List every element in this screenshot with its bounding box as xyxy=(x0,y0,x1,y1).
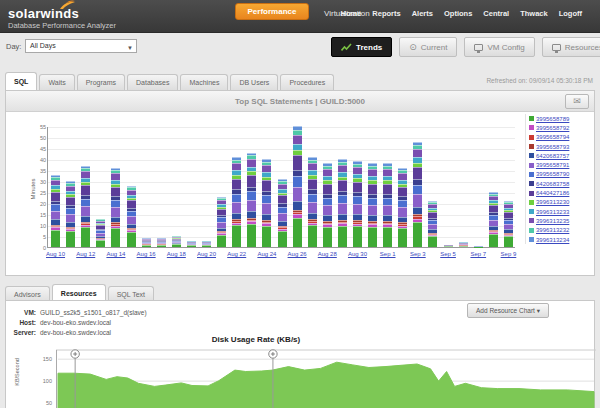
tab-procedures[interactable]: Procedures xyxy=(280,74,334,90)
x-tick-link[interactable]: Aug 26 xyxy=(288,251,307,257)
legend-link[interactable]: 3995658789 xyxy=(536,116,569,122)
bar-aug-17[interactable] xyxy=(157,238,166,247)
bar-aug-29[interactable] xyxy=(338,159,347,247)
x-tick-link[interactable]: Aug 10 xyxy=(46,251,65,257)
bar-aug-12[interactable] xyxy=(81,166,90,247)
legend-link[interactable]: 6440427186 xyxy=(536,190,569,196)
legend-item[interactable]: 3995658791 xyxy=(529,160,594,169)
x-tick-link[interactable]: Aug 16 xyxy=(137,251,156,257)
bar-aug-11[interactable] xyxy=(66,181,75,247)
bar-sep-4[interactable] xyxy=(428,201,437,247)
bar-sep-9[interactable] xyxy=(504,201,513,247)
legend-item[interactable]: 6420683757 xyxy=(529,151,594,160)
bar-segment xyxy=(81,227,90,247)
x-tick-link[interactable]: Aug 24 xyxy=(257,251,276,257)
tab-programs[interactable]: Programs xyxy=(77,74,125,90)
bar-sep-1[interactable] xyxy=(383,163,392,247)
monitor-icon xyxy=(552,44,561,51)
legend-item[interactable]: 3996313235 xyxy=(529,216,594,225)
tab-waits[interactable]: Waits xyxy=(39,74,74,90)
bar-aug-10[interactable] xyxy=(51,174,60,247)
legend-item[interactable]: 3995658789 xyxy=(529,114,594,123)
bar-sep-7[interactable] xyxy=(474,246,483,247)
legend-item[interactable]: 6420683758 xyxy=(529,179,594,188)
bar-segment xyxy=(81,185,90,195)
legend-item[interactable]: 3996313233 xyxy=(529,207,594,216)
legend-link[interactable]: 3995658791 xyxy=(536,162,569,168)
x-tick-link[interactable]: Sep 1 xyxy=(380,251,396,257)
legend-item[interactable]: 3996313232 xyxy=(529,226,594,235)
bar-aug-23[interactable] xyxy=(247,152,256,247)
add-resource-chart-button[interactable]: Add Resource Chart ▾ xyxy=(467,303,549,318)
legend-link[interactable]: 3995658794 xyxy=(536,134,569,140)
bar-aug-18[interactable] xyxy=(172,236,181,247)
bar-aug-22[interactable] xyxy=(232,157,241,247)
legend-link[interactable]: 3996313232 xyxy=(536,227,569,233)
nav-link-home[interactable]: Home xyxy=(341,9,362,18)
legend-item[interactable]: 6440427186 xyxy=(529,188,594,197)
day-select[interactable]: All Days ▼ xyxy=(25,39,137,53)
legend-link[interactable]: 3995658790 xyxy=(536,171,569,177)
x-tick-link[interactable]: Aug 12 xyxy=(76,251,95,257)
tab-sql[interactable]: SQL xyxy=(5,72,37,90)
bar-aug-26[interactable] xyxy=(293,126,302,247)
x-tick-link[interactable]: Aug 22 xyxy=(227,251,246,257)
legend-link[interactable]: 3996313233 xyxy=(536,209,569,215)
x-tick-link[interactable]: Sep 3 xyxy=(410,251,426,257)
legend-item[interactable]: 3996313230 xyxy=(529,198,594,207)
bar-sep-5[interactable] xyxy=(444,245,453,247)
view-button-trends[interactable]: Trends xyxy=(331,37,392,57)
bar-aug-28[interactable] xyxy=(323,163,332,247)
legend-item[interactable]: 3995658792 xyxy=(529,123,594,132)
legend-link[interactable]: 3995658792 xyxy=(536,125,569,131)
bar-aug-27[interactable] xyxy=(308,157,317,247)
bar-aug-24[interactable] xyxy=(262,159,271,247)
bar-sep-8[interactable] xyxy=(489,192,498,247)
x-tick-link[interactable]: Sep 7 xyxy=(470,251,486,257)
x-tick-link[interactable]: Aug 30 xyxy=(348,251,367,257)
nav-link-logoff[interactable]: Logoff xyxy=(559,9,582,18)
bar-aug-14[interactable] xyxy=(111,168,120,247)
view-button-vm-config[interactable]: VM Config xyxy=(464,37,534,57)
nav-link-thwack[interactable]: Thwack xyxy=(520,9,548,18)
tab-databases[interactable]: Databases xyxy=(127,74,178,90)
x-tick-link[interactable]: Sep 9 xyxy=(501,251,517,257)
legend-link[interactable]: 3995658793 xyxy=(536,144,569,150)
bar-sep-6[interactable] xyxy=(459,242,468,248)
x-tick-link[interactable]: Aug 18 xyxy=(167,251,186,257)
view-button-current[interactable]: ⊙Current xyxy=(399,37,457,57)
legend-item[interactable]: 3995658794 xyxy=(529,133,594,142)
bar-sep-2[interactable] xyxy=(398,168,407,247)
email-button[interactable]: ✉ xyxy=(565,94,589,109)
bar-aug-30[interactable] xyxy=(353,161,362,247)
bar-aug-20[interactable] xyxy=(202,240,211,247)
legend-link[interactable]: 6420683758 xyxy=(536,181,569,187)
bar-aug-13[interactable] xyxy=(96,218,105,247)
bar-aug-25[interactable] xyxy=(278,179,287,247)
nav-link-alerts[interactable]: Alerts xyxy=(412,9,433,18)
bar-aug-19[interactable] xyxy=(187,240,196,247)
x-tick-link[interactable]: Aug 14 xyxy=(106,251,125,257)
bar-aug-31[interactable] xyxy=(368,163,377,247)
view-button-resources[interactable]: Resources xyxy=(542,37,600,57)
bar-aug-16[interactable] xyxy=(142,238,151,247)
legend-item[interactable]: 3996313234 xyxy=(529,235,594,244)
x-tick-link[interactable]: Aug 28 xyxy=(318,251,337,257)
tab-db-users[interactable]: DB Users xyxy=(230,74,278,90)
performance-button[interactable]: Performance xyxy=(235,3,309,20)
legend-item[interactable]: 3995658790 xyxy=(529,170,594,179)
x-tick-link[interactable]: Aug 20 xyxy=(197,251,216,257)
x-tick-link[interactable]: Sep 5 xyxy=(440,251,456,257)
nav-link-central[interactable]: Central xyxy=(483,9,509,18)
legend-link[interactable]: 3996313234 xyxy=(536,237,569,243)
tab-machines[interactable]: Machines xyxy=(180,74,228,90)
nav-link-options[interactable]: Options xyxy=(444,9,472,18)
bar-aug-15[interactable] xyxy=(127,185,136,247)
legend-link[interactable]: 3996313235 xyxy=(536,218,569,224)
legend-item[interactable]: 3995658793 xyxy=(529,142,594,151)
bar-aug-21[interactable] xyxy=(217,196,226,247)
nav-link-reports[interactable]: Reports xyxy=(372,9,400,18)
legend-link[interactable]: 6420683757 xyxy=(536,153,569,159)
bar-sep-3[interactable] xyxy=(413,141,422,247)
legend-link[interactable]: 3996313230 xyxy=(536,199,569,205)
